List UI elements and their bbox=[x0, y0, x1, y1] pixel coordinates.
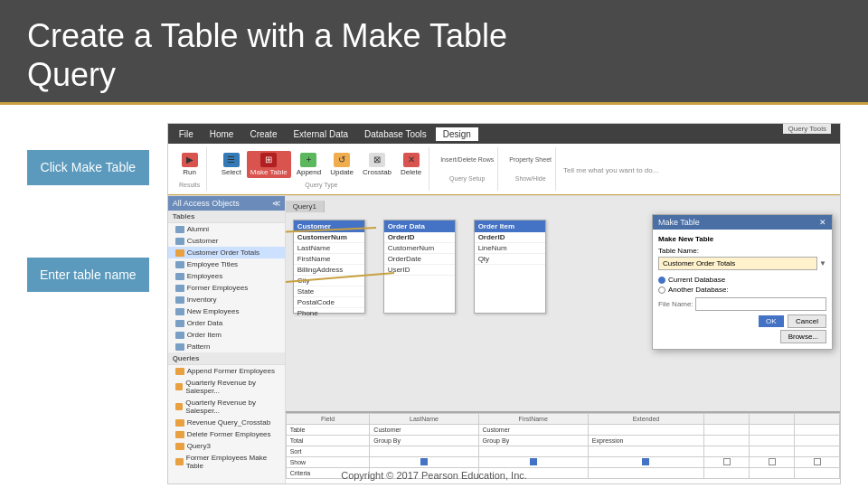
grid-cell[interactable]: Expression bbox=[588, 436, 703, 446]
dialog-close-icon[interactable]: ✕ bbox=[819, 218, 826, 227]
checkbox[interactable] bbox=[769, 458, 776, 465]
tab-external-data[interactable]: External Data bbox=[286, 127, 355, 141]
grid-cell[interactable] bbox=[750, 425, 795, 436]
list-item: OrderID bbox=[384, 232, 455, 243]
grid-cell[interactable] bbox=[478, 457, 588, 468]
nav-pane: All Access Objects ≪ Tables Alumni Custo… bbox=[168, 196, 286, 483]
list-item[interactable]: Append Former Employees bbox=[168, 365, 285, 377]
tab-create[interactable]: Create bbox=[242, 127, 284, 141]
browse-button[interactable]: Browse... bbox=[780, 330, 826, 343]
grid-cell[interactable] bbox=[370, 457, 478, 468]
list-item[interactable]: Customer bbox=[168, 235, 285, 247]
crosstab-icon: ⊠ bbox=[369, 153, 385, 167]
grid-cell[interactable] bbox=[704, 436, 750, 446]
list-item[interactable]: Quarterly Revenue by Salesper... bbox=[168, 397, 285, 417]
list-item: UserID bbox=[384, 265, 455, 276]
row-show-label: Show bbox=[286, 457, 370, 468]
select-button[interactable]: ☰ Select bbox=[218, 151, 245, 178]
tell-me-input[interactable]: Tell me what you want to do... bbox=[563, 164, 835, 174]
tab-home[interactable]: Home bbox=[203, 127, 241, 141]
update-icon: ↺ bbox=[334, 153, 350, 167]
enter-table-name-callout: Enter table name bbox=[27, 258, 149, 292]
grid-cell[interactable]: Group By bbox=[370, 436, 478, 446]
list-item[interactable]: Quarterly Revenue by Salesper... bbox=[168, 377, 285, 397]
delete-button[interactable]: ✕ Delete bbox=[397, 151, 425, 178]
list-item[interactable]: Order Data bbox=[168, 317, 285, 329]
list-item[interactable]: Pattern bbox=[168, 341, 285, 352]
grid-cell[interactable] bbox=[588, 446, 703, 457]
list-item: CustomerNum bbox=[294, 232, 364, 243]
order-item-table-header: Order Item bbox=[475, 221, 545, 232]
dropdown-arrow-icon[interactable]: ▼ bbox=[819, 259, 826, 267]
list-item[interactable]: Delete Former Employees bbox=[168, 428, 285, 440]
grid-cell[interactable] bbox=[750, 436, 795, 446]
list-item: CustomerNum bbox=[384, 243, 455, 254]
grid-cell[interactable] bbox=[478, 446, 588, 457]
another-db-radio[interactable]: Another Database: bbox=[658, 286, 826, 294]
file-name-label: File Name: bbox=[658, 300, 693, 308]
checkbox[interactable] bbox=[814, 458, 821, 465]
ok-button[interactable]: OK bbox=[759, 315, 784, 327]
grid-cell[interactable] bbox=[795, 446, 840, 457]
results-label: Results bbox=[179, 182, 200, 188]
list-item[interactable]: Employee Titles bbox=[168, 258, 285, 270]
crosstab-button[interactable]: ⊠ Crosstab bbox=[359, 151, 395, 178]
nav-collapse-icon[interactable]: ≪ bbox=[272, 199, 280, 208]
grid-cell[interactable] bbox=[750, 457, 795, 468]
list-item[interactable]: Inventory bbox=[168, 294, 285, 305]
row-table-label: Table bbox=[286, 425, 370, 436]
cancel-button[interactable]: Cancel bbox=[788, 314, 826, 328]
list-item[interactable]: Order Item bbox=[168, 329, 285, 341]
list-item: LastName bbox=[294, 243, 364, 254]
row-sort-label: Sort bbox=[286, 446, 370, 457]
order-item-table-box: Order Item OrderID LineNum Qty bbox=[474, 220, 546, 314]
list-item[interactable]: Alumni bbox=[168, 223, 285, 235]
list-item[interactable]: New Employees bbox=[168, 305, 285, 317]
grid-cell[interactable] bbox=[750, 446, 795, 457]
grid-cell[interactable] bbox=[588, 457, 703, 468]
list-item[interactable]: Employees bbox=[168, 270, 285, 282]
list-item[interactable]: Revenue Query_Crosstab bbox=[168, 417, 285, 428]
grid-cell[interactable] bbox=[795, 436, 840, 446]
grid-cell[interactable]: Customer bbox=[370, 425, 478, 436]
query-design-area: Query1 Customer CustomerNum LastName Fir… bbox=[286, 196, 840, 483]
grid-cell[interactable] bbox=[704, 457, 750, 468]
table-name-input[interactable] bbox=[658, 257, 817, 270]
update-button[interactable]: ↺ Update bbox=[326, 151, 357, 178]
checkbox[interactable] bbox=[530, 458, 537, 465]
grid-cell[interactable] bbox=[704, 425, 750, 436]
grid-col-firstname: FirstName bbox=[478, 414, 588, 425]
tab-database-tools[interactable]: Database Tools bbox=[357, 127, 434, 141]
list-item[interactable]: Query3 bbox=[168, 440, 285, 452]
nav-pane-header: All Access Objects ≪ bbox=[168, 196, 285, 211]
tab-file[interactable]: File bbox=[172, 127, 201, 141]
grid-cell[interactable]: Group By bbox=[478, 436, 588, 446]
grid-cell[interactable] bbox=[370, 446, 478, 457]
dialog-title-bar: Make Table ✕ bbox=[653, 215, 832, 230]
list-item[interactable]: Former Employees bbox=[168, 282, 285, 294]
list-item[interactable]: Customer Order Totals bbox=[168, 247, 285, 258]
checkbox[interactable] bbox=[420, 458, 428, 465]
run-button[interactable]: ▶ Run bbox=[177, 151, 203, 178]
grid-cell[interactable] bbox=[704, 446, 750, 457]
checkbox[interactable] bbox=[723, 458, 731, 465]
query-tab[interactable]: Query1 bbox=[286, 201, 325, 212]
grid-cell[interactable] bbox=[588, 425, 703, 436]
grid-cell[interactable] bbox=[795, 457, 840, 468]
make-table-button[interactable]: ⊞ Make Table bbox=[247, 151, 291, 178]
file-name-input[interactable] bbox=[695, 297, 826, 311]
checkbox[interactable] bbox=[642, 458, 649, 465]
table-icon bbox=[175, 273, 184, 280]
table-icon bbox=[175, 296, 184, 304]
radio-group-database: Current Database Another Database: bbox=[658, 276, 826, 294]
ribbon-group-query-setup: Insert/Delete Rows Query Setup bbox=[437, 147, 498, 191]
radio-dot-another bbox=[658, 286, 665, 294]
tab-design[interactable]: Design bbox=[436, 127, 478, 141]
current-db-radio[interactable]: Current Database bbox=[658, 276, 826, 284]
query-icon bbox=[175, 458, 184, 465]
grid-cell[interactable]: Customer bbox=[478, 425, 588, 436]
append-icon: + bbox=[300, 153, 316, 167]
table-row: Sort bbox=[286, 446, 839, 457]
grid-cell[interactable] bbox=[795, 425, 840, 436]
append-button[interactable]: + Append bbox=[293, 151, 326, 178]
